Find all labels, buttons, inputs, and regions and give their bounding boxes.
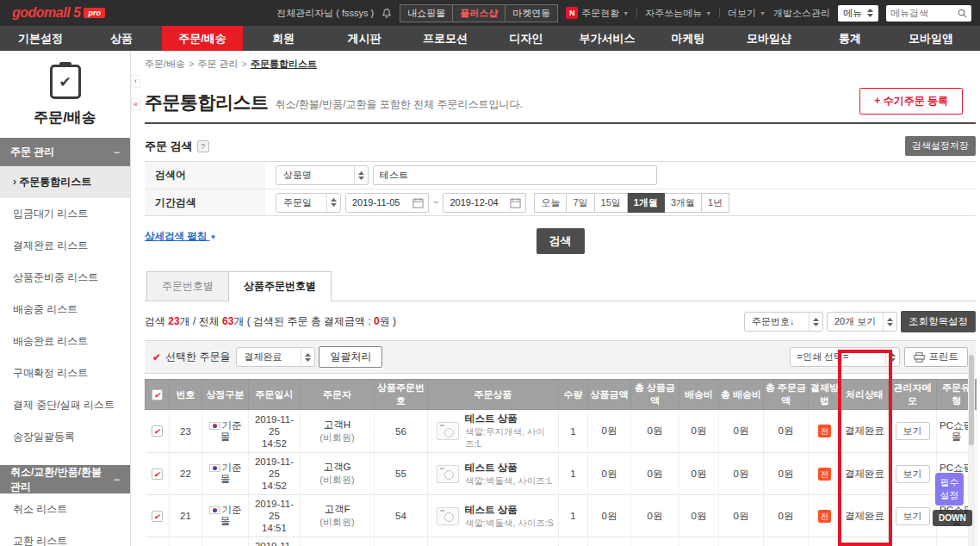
period-button[interactable]: 3개월 (665, 193, 702, 213)
cell-shipping-total: 0원 (719, 410, 764, 453)
sidebar-item-label: 결제 중단/실패 리스트 (13, 399, 115, 411)
sidebar-item[interactable]: 배송완료 리스트 (0, 326, 130, 357)
nav-item[interactable]: 프로모션 (405, 26, 486, 51)
logo[interactable]: godomall 5 pro (12, 5, 105, 21)
menu-search-input[interactable] (890, 8, 958, 18)
row-checkbox[interactable]: ✔ (152, 425, 163, 437)
product-name[interactable]: 테스트 상품 (465, 504, 554, 517)
breadcrumb-item[interactable]: 주문/배송> (145, 59, 198, 69)
menu-select-value: 메뉴 (843, 7, 862, 20)
topbar-shortcut-button[interactable]: 내쇼핑몰 (400, 5, 452, 22)
cell-status: 결제완료 (841, 537, 889, 546)
customer-name[interactable]: 고객G (302, 461, 372, 474)
nav-item[interactable]: 기본설정 (0, 26, 81, 51)
sidebar-item[interactable]: 결제 중단/실패 리스트 (0, 389, 130, 421)
print-button[interactable]: 프린트 (904, 347, 969, 367)
product-thumbnail-icon[interactable] (437, 422, 459, 440)
column-settings-button[interactable]: 조회항목설정 (901, 311, 976, 332)
period-button[interactable]: 1년 (702, 193, 729, 213)
memo-view-button[interactable]: 보기 (896, 465, 930, 483)
sidebar-collapse-icon[interactable]: ‹ (131, 75, 140, 88)
page-subtitle: 취소/환불/반품/교환을 포함한 전체 주문리스트입니다. (276, 97, 523, 115)
sidebar-section-header[interactable]: 취소/교환/반품/환불 관리 − (0, 465, 130, 493)
sidebar-item[interactable]: 주문통합리스트 (0, 166, 130, 198)
table-header-row: ✔ 번호 상점구분 주문일시 주문자 상품주문번호 주문상품 수량 상품금액 총… (146, 380, 977, 410)
cell-price-total: 0원 (631, 410, 679, 453)
sidebar-item[interactable]: 입금대기 리스트 (0, 198, 130, 230)
tab[interactable]: 상품주문번호별 (229, 271, 332, 301)
dev-source-link[interactable]: 개발소스관리 (773, 7, 830, 20)
product-name[interactable]: 테스트 상품 (465, 462, 553, 475)
keyword-input[interactable] (373, 165, 657, 185)
nav-item[interactable]: 회원 (243, 26, 324, 51)
favorite-menu[interactable]: 자주쓰는메뉴 ▼ (645, 7, 711, 20)
menu-select[interactable]: 메뉴 (838, 5, 878, 22)
topbar-shortcut-button[interactable]: 마켓연동 (505, 5, 557, 22)
sidebar-item[interactable]: 구매확정 리스트 (0, 357, 130, 389)
scroll-down-button[interactable]: DOWN (933, 510, 972, 526)
save-search-settings-button[interactable]: 검색설정저장 (905, 136, 976, 156)
more-menu[interactable]: 더보기 ▼ (728, 7, 766, 20)
calendar-icon[interactable] (506, 197, 525, 208)
required-settings-button[interactable]: 필수 설정 (935, 473, 964, 506)
scrollbar-thumb[interactable] (969, 355, 974, 445)
topbar-shortcut-button[interactable]: 플러스샵 (452, 5, 505, 22)
page-size-select[interactable]: 20개 보기 (827, 312, 897, 332)
sidebar-item[interactable]: 결제완료 리스트 (0, 230, 130, 262)
add-manual-order-button[interactable]: + 수기주문 등록 (859, 88, 963, 115)
nav-item[interactable]: 디자인 (486, 26, 567, 51)
memo-view-button[interactable]: 보기 (896, 507, 930, 525)
detail-search-toggle[interactable]: 상세검색 펼침 ▼ (145, 230, 216, 243)
sidebar-item[interactable]: 배송중 리스트 (0, 294, 130, 326)
period-button[interactable]: 15일 (595, 193, 628, 213)
nav-item[interactable]: 모바일샵 (729, 26, 809, 51)
search-icon[interactable] (958, 9, 967, 18)
nav-item[interactable]: 마케팅 (648, 26, 729, 51)
nav-item[interactable]: 모바일앱 (890, 26, 971, 51)
search-button[interactable]: 검색 (537, 228, 585, 254)
search-section-title: 주문 검색 (145, 139, 193, 154)
tab[interactable]: 주문번호별 (146, 271, 229, 301)
nav-item[interactable]: 통계 (809, 26, 890, 51)
sort-select[interactable]: 주문번호↓ (744, 312, 823, 332)
nav-item[interactable]: 게시판 (324, 26, 405, 51)
product-thumbnail-icon[interactable] (437, 465, 459, 483)
memo-view-button[interactable]: 보기 (896, 422, 930, 440)
customer-name[interactable]: 고객H (302, 419, 372, 431)
date-from-input[interactable] (346, 197, 408, 208)
notification-bell-icon[interactable] (381, 8, 392, 19)
sidebar-item[interactable]: 취소 리스트 (0, 493, 130, 525)
sidebar-item[interactable]: 상품준비중 리스트 (0, 262, 130, 294)
row-checkbox[interactable]: ✔ (152, 468, 163, 480)
bulk-status-select[interactable]: 결제완료 (236, 347, 315, 367)
period-button[interactable]: 오늘 (534, 193, 567, 213)
nav-item[interactable]: 주문/배송 (162, 26, 243, 51)
period-type-select[interactable]: 주문일 (276, 193, 341, 213)
breadcrumb-item[interactable]: 주문 관리> (198, 59, 251, 69)
period-button[interactable]: 7일 (567, 193, 594, 213)
breadcrumb-item[interactable]: 주문통합리스트> (251, 59, 317, 69)
help-icon[interactable]: ? (197, 140, 209, 152)
order-status-menu[interactable]: N 주문현황 ▼ (566, 7, 629, 20)
row-checkbox[interactable]: ✔ (152, 511, 163, 522)
customer-name[interactable]: 고객F (302, 503, 372, 516)
product-name[interactable]: 테스트 상품 (465, 413, 556, 425)
nav-item[interactable]: 상품 (81, 26, 162, 51)
calendar-icon[interactable] (408, 197, 428, 208)
product-thumbnail-icon[interactable] (437, 507, 459, 525)
keyword-type-select[interactable]: 상품명 (276, 165, 369, 185)
date-to-input[interactable] (443, 197, 506, 208)
bulk-apply-button[interactable]: 일괄처리 (319, 346, 382, 368)
print-select[interactable]: =인쇄 선택= (790, 347, 900, 367)
chevron-down-icon: ▼ (705, 10, 711, 16)
nav-item[interactable]: 부가서비스 (567, 26, 648, 51)
sidebar-section-header[interactable]: 주문 관리 − (0, 138, 130, 166)
period-button[interactable]: 1개월 (628, 193, 665, 213)
sidebar-collapse-all-icon[interactable]: « (131, 98, 140, 111)
select-all-checkbox[interactable]: ✔ (152, 389, 163, 400)
cell-order-total: 0원 (764, 495, 809, 537)
cell-price: 0원 (588, 495, 631, 537)
sidebar-item[interactable]: 교환 리스트 (0, 525, 130, 546)
sidebar-item[interactable]: 송장일괄등록 (0, 421, 130, 453)
sidebar-item-label: 구매확정 리스트 (13, 367, 88, 379)
